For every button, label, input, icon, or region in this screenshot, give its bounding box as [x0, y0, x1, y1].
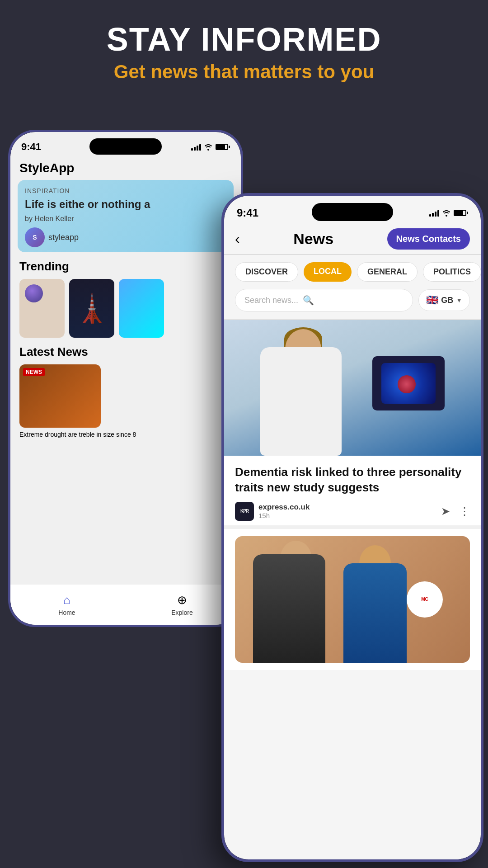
home-icon: ⌂ [63, 593, 70, 607]
news-content: Dementia risk linked to three personalit… [224, 320, 481, 670]
latest-news-section: Latest News NEWS Extreme drought are tre… [10, 341, 241, 442]
woman-figure [343, 563, 407, 663]
more-options-icon[interactable]: ⋮ [459, 505, 470, 518]
wifi-icon [204, 143, 213, 151]
main-subtitle: Get news that matters to you [0, 61, 488, 83]
source-name: express.co.uk [258, 503, 310, 512]
news-contacts-button[interactable]: News Contacts [387, 228, 470, 250]
banner-author: by Helen Keller [25, 215, 226, 223]
trending-section: Trending 🗼 [10, 252, 241, 341]
source-details: express.co.uk 15h [258, 503, 310, 519]
battery-icon [216, 144, 230, 150]
article-meta: KPR express.co.uk 15h ➤ ⋮ [235, 502, 470, 521]
man-silhouette [253, 554, 325, 663]
source-logo-text: KPR [240, 509, 249, 514]
front-wifi-icon [442, 209, 451, 217]
doctor-figure [224, 320, 481, 456]
brain-visual [381, 363, 436, 404]
news-thumbnail-row: NEWS [19, 364, 232, 428]
latest-news-title: Latest News [19, 345, 232, 359]
styleapp-chip[interactable]: S styleapp [25, 227, 226, 247]
dynamic-island-back [89, 138, 162, 155]
nav-explore[interactable]: ⊕ Explore [171, 593, 192, 616]
featured-article-image [224, 320, 481, 456]
explore-icon: ⊕ [177, 593, 187, 607]
dynamic-island-front [312, 203, 393, 221]
source-time: 15h [258, 512, 310, 519]
tab-discover[interactable]: DISCOVER [235, 262, 298, 282]
trending-title: Trending [19, 259, 232, 274]
search-bar[interactable]: Search news... 🔍 [235, 289, 413, 311]
styleapp-label: styleapp [48, 233, 79, 242]
trending-item-avatar[interactable] [19, 279, 65, 338]
brain-glow [398, 375, 416, 393]
front-phone-inner: 9:41 [224, 196, 481, 859]
main-headline: STAY INFORMED [0, 22, 488, 57]
tab-politics[interactable]: POLITICS [423, 262, 481, 282]
second-article: MC [224, 536, 481, 670]
banner-tag: INSPIRATION [25, 187, 226, 194]
styleapp-title: StyleApp [10, 156, 241, 180]
banner-quote: Life is eithe or nothing a [25, 197, 226, 211]
featured-article-content: Dementia risk linked to three personalit… [224, 456, 481, 525]
news-page-title: News [293, 230, 333, 248]
filter-tabs: DISCOVER LOCAL GENERAL POLITICS [224, 255, 481, 289]
page-header: STAY INFORMED Get news that matters to y… [0, 0, 488, 94]
avatar-image [25, 284, 43, 302]
front-battery-icon [454, 210, 468, 216]
back-phone: 9:41 StyleA [8, 130, 243, 627]
article-divider [224, 525, 481, 529]
trending-item-eiffel[interactable]: 🗼 [69, 279, 114, 338]
news-thumb-item[interactable]: NEWS [19, 364, 101, 428]
news-caption: Extreme drought are treble in size since… [19, 430, 232, 439]
news-badge: NEWS [23, 368, 45, 376]
bottom-nav-back: ⌂ Home ⊕ Explore [10, 584, 241, 625]
tab-local[interactable]: LOCAL [304, 262, 352, 282]
trending-grid: 🗼 [19, 279, 232, 338]
search-icon: 🔍 [303, 295, 314, 306]
front-status-icons [429, 209, 468, 217]
eiffel-icon: 🗼 [75, 292, 109, 325]
time-back: 9:41 [21, 141, 41, 153]
phones-container: 9:41 StyleA [0, 94, 488, 826]
chevron-down-icon: ▼ [456, 297, 462, 304]
status-icons-back [191, 143, 230, 151]
tablet-display [372, 356, 445, 410]
featured-headline: Dementia risk linked to three personalit… [235, 465, 470, 495]
country-flag: 🇬🇧 [426, 294, 438, 306]
front-signal-icon [429, 209, 439, 217]
tab-general[interactable]: GENERAL [357, 262, 418, 282]
back-button[interactable]: ‹ [235, 231, 240, 247]
styleapp-avatar: S [25, 227, 45, 247]
nav-explore-label: Explore [171, 609, 192, 616]
doctor-body [260, 347, 342, 456]
nav-home[interactable]: ⌂ Home [58, 593, 75, 616]
search-container: Search news... 🔍 🇬🇧 GB ▼ [224, 289, 481, 319]
trending-item-color[interactable] [119, 279, 164, 338]
masterchef-logo: MC [407, 581, 443, 618]
country-code: GB [441, 296, 453, 305]
styleapp-banner: INSPIRATION Life is eithe or nothing a b… [18, 180, 234, 252]
second-article-image: MC [235, 536, 470, 663]
share-icon[interactable]: ➤ [441, 505, 450, 518]
source-logo: KPR [235, 502, 254, 521]
news-app-header: ‹ News News Contacts [224, 224, 481, 254]
source-info: KPR express.co.uk 15h [235, 502, 310, 521]
time-front: 9:41 [237, 207, 258, 219]
country-selector[interactable]: 🇬🇧 GB ▼ [418, 289, 470, 311]
signal-icon [191, 143, 201, 151]
front-phone: 9:41 [221, 193, 483, 862]
nav-home-label: Home [58, 609, 75, 616]
back-phone-inner: 9:41 StyleA [10, 132, 241, 625]
news-bg: NEWS [19, 364, 101, 428]
search-placeholder-text: Search news... [244, 296, 298, 305]
article-actions: ➤ ⋮ [441, 505, 470, 518]
